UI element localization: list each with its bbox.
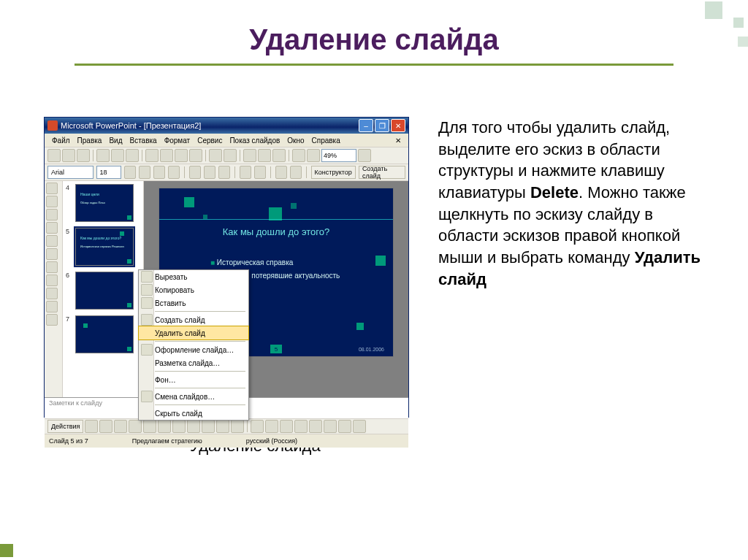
autoshapes-icon[interactable] — [99, 420, 112, 433]
actions-button[interactable]: Действия — [47, 420, 83, 433]
shadow-style-icon[interactable] — [338, 420, 351, 433]
print-icon[interactable] — [96, 149, 110, 162]
minimize-button[interactable]: – — [359, 119, 373, 132]
vtool-icon[interactable] — [46, 301, 58, 312]
vtool-icon[interactable] — [46, 196, 58, 207]
context-menu-item[interactable]: Фон… — [139, 373, 248, 386]
save-icon[interactable] — [77, 149, 90, 162]
menu-edit[interactable]: Правка — [75, 136, 105, 145]
slide-thumbnail[interactable] — [75, 315, 134, 353]
textbox-icon[interactable] — [172, 420, 186, 433]
format-painter-icon[interactable] — [189, 149, 202, 162]
3d-style-icon[interactable] — [353, 420, 366, 433]
menu-slideshow[interactable]: Показ слайдов — [226, 136, 283, 145]
menu-window[interactable]: Окно — [284, 136, 307, 145]
vtool-icon[interactable] — [46, 275, 58, 286]
spellcheck-icon[interactable] — [126, 149, 139, 162]
context-menu-item[interactable]: Скрыть слайд — [139, 407, 248, 420]
notes-placeholder: Заметки к слайду — [49, 399, 102, 407]
vtool-icon[interactable] — [46, 183, 58, 194]
pp-menubar: Файл Правка Вид Вставка Формат Сервис По… — [45, 134, 408, 147]
numbering-icon[interactable] — [254, 166, 266, 179]
increase-font-icon[interactable] — [275, 166, 287, 179]
italic-icon[interactable] — [139, 166, 150, 179]
oval-icon[interactable] — [158, 420, 171, 433]
arrow-icon[interactable] — [129, 420, 142, 433]
designer-button[interactable]: Конструктор — [311, 166, 356, 179]
thumb-row[interactable]: 5 Как мы дошли до этого? Историческая сп… — [66, 228, 140, 266]
vtool-icon[interactable] — [46, 235, 58, 247]
context-menu-item[interactable]: Смена слайдов… — [139, 390, 248, 403]
zoom-out-icon[interactable] — [307, 149, 320, 162]
bold-icon[interactable] — [124, 166, 136, 179]
diagram-icon[interactable] — [202, 420, 215, 433]
arrow-style-icon[interactable] — [324, 420, 337, 433]
rectangle-icon[interactable] — [143, 420, 156, 433]
menu-insert[interactable]: Вставка — [126, 136, 159, 145]
fill-color-icon[interactable] — [251, 420, 264, 433]
close-button[interactable]: ✕ — [391, 119, 405, 132]
paste-icon[interactable] — [175, 149, 188, 162]
align-left-icon[interactable] — [189, 166, 201, 179]
maximize-button[interactable]: ❐ — [375, 119, 389, 132]
thumb-row[interactable]: 6 — [66, 272, 140, 310]
new-icon[interactable] — [47, 149, 61, 162]
align-right-icon[interactable] — [218, 166, 230, 179]
context-menu-item[interactable]: Оформление слайда… — [139, 343, 248, 356]
menu-file[interactable]: Файл — [49, 136, 73, 145]
chart-icon[interactable] — [258, 149, 271, 162]
thumb-row[interactable]: 4 Наши цели Обзор задач План — [66, 184, 140, 222]
vtool-icon[interactable] — [46, 314, 58, 326]
select-icon[interactable] — [85, 420, 98, 433]
context-menu-item[interactable]: Вставить — [139, 296, 248, 310]
menu-help[interactable]: Справка — [309, 136, 343, 145]
vtool-icon[interactable] — [46, 261, 58, 273]
vtool-icon[interactable] — [46, 248, 58, 260]
bullets-icon[interactable] — [240, 166, 251, 179]
decrease-font-icon[interactable] — [290, 166, 302, 179]
vtool-icon[interactable] — [46, 222, 58, 234]
font-name-combo[interactable]: Arial — [47, 166, 94, 179]
tables-borders-icon[interactable] — [292, 149, 305, 162]
menu-view[interactable]: Вид — [106, 136, 125, 145]
vtool-icon[interactable] — [46, 288, 58, 299]
thumb-row[interactable]: 7 — [66, 315, 140, 353]
zoom-combo[interactable]: 49% — [321, 149, 356, 162]
copy-icon[interactable] — [160, 149, 173, 162]
doc-close-button[interactable]: ✕ — [392, 136, 404, 145]
table-icon[interactable] — [243, 149, 256, 162]
menu-format[interactable]: Формат — [161, 136, 194, 145]
context-menu-item[interactable]: Удалить слайд — [139, 326, 248, 340]
line-color-icon[interactable] — [265, 420, 278, 433]
shadow-icon[interactable] — [168, 166, 180, 179]
font-size-combo[interactable]: 18 — [96, 166, 122, 179]
slide-thumbnail-selected[interactable]: Как мы дошли до этого? Историческая спра… — [75, 228, 134, 266]
new-slide-button[interactable]: Создать слайд — [359, 166, 405, 179]
context-menu-item[interactable]: Вырезать — [139, 270, 248, 283]
line-icon[interactable] — [114, 420, 127, 433]
slide-thumbnail[interactable]: Наши цели Обзор задач План — [75, 184, 134, 222]
dash-style-icon[interactable] — [309, 420, 322, 433]
help-icon[interactable] — [358, 149, 371, 162]
clipart-icon[interactable] — [216, 420, 229, 433]
context-menu-item[interactable]: Копировать — [139, 283, 248, 296]
vtool-icon[interactable] — [46, 209, 58, 220]
undo-icon[interactable] — [209, 149, 222, 162]
align-center-icon[interactable] — [204, 166, 215, 179]
line-style-icon[interactable] — [294, 420, 308, 433]
context-menu-separator — [155, 311, 245, 312]
underline-icon[interactable] — [153, 166, 165, 179]
redo-icon[interactable] — [224, 149, 237, 162]
picture-icon[interactable] — [231, 420, 244, 433]
context-menu-item[interactable]: Разметка слайда… — [139, 356, 248, 369]
context-menu-item[interactable]: Создать слайд — [139, 313, 248, 326]
preview-icon[interactable] — [111, 149, 124, 162]
cut-icon[interactable] — [145, 149, 159, 162]
open-icon[interactable] — [62, 149, 75, 162]
font-color-icon[interactable] — [280, 420, 293, 433]
wordart-icon[interactable] — [187, 420, 200, 433]
menu-tools[interactable]: Сервис — [194, 136, 225, 145]
hyperlink-icon[interactable] — [272, 149, 286, 162]
decor-square — [733, 18, 744, 28]
slide-thumbnail[interactable] — [75, 272, 134, 310]
